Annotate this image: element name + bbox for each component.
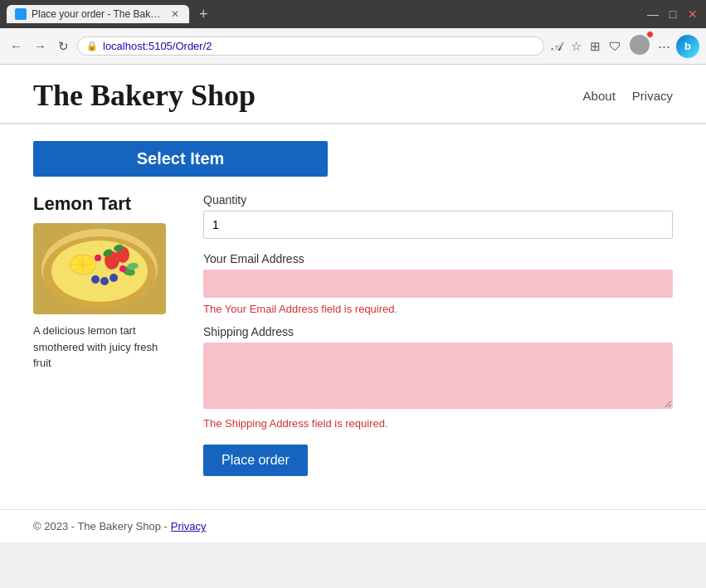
- profile-icon[interactable]: [627, 32, 652, 60]
- svg-point-15: [110, 274, 118, 282]
- email-group: Your Email Address The Your Email Addres…: [203, 252, 673, 315]
- address-bar[interactable]: 🔒 localhost:5105/Order/2: [77, 36, 544, 56]
- item-info: Lemon Tart: [33, 193, 178, 476]
- footer-privacy-link[interactable]: Privacy: [171, 520, 207, 532]
- email-input[interactable]: [203, 270, 673, 298]
- address-label: Shipping Address: [203, 325, 673, 338]
- settings-icon[interactable]: ⋯: [655, 36, 673, 56]
- page-wrapper: The Bakery Shop About Privacy Select Ite…: [0, 65, 706, 542]
- order-section: Lemon Tart: [33, 193, 673, 476]
- select-item-bar[interactable]: Select Item: [33, 141, 328, 177]
- read-aloud-icon[interactable]: 𝒜: [549, 36, 565, 56]
- favorites-icon[interactable]: ☆: [568, 36, 584, 56]
- back-button[interactable]: ←: [7, 37, 26, 55]
- page-footer: © 2023 - The Bakery Shop - Privacy: [0, 509, 706, 542]
- page-main: Select Item Lemon Tart: [0, 124, 706, 509]
- svg-point-14: [100, 277, 109, 285]
- new-tab-button[interactable]: +: [192, 6, 215, 23]
- nav-links: About Privacy: [583, 89, 673, 103]
- page-header: The Bakery Shop About Privacy: [0, 65, 706, 124]
- browser-tab[interactable]: Place your order - The Bakery Sh ✕: [7, 5, 189, 23]
- item-image: [33, 223, 166, 314]
- site-title: The Bakery Shop: [33, 78, 256, 113]
- tab-title: Place your order - The Bakery Sh: [32, 8, 164, 20]
- window-controls: — □ ✕: [646, 7, 699, 21]
- email-label: Your Email Address: [203, 252, 673, 265]
- quantity-label: Quantity: [203, 193, 673, 207]
- browser-toolbar: ← → ↻ 🔒 localhost:5105/Order/2 𝒜 ☆ ⊞ 🛡 ⋯…: [0, 28, 706, 65]
- place-order-button[interactable]: Place order: [203, 445, 308, 476]
- tab-favicon: [15, 8, 27, 20]
- forward-button[interactable]: →: [31, 37, 50, 55]
- item-description: A delicious lemon tart smothered with ju…: [33, 323, 178, 372]
- refresh-button[interactable]: ↻: [55, 37, 72, 56]
- profile-avatar: [630, 35, 650, 55]
- toolbar-right-icons: 𝒜 ☆ ⊞ 🛡 ⋯ b: [549, 32, 699, 60]
- browser-essentials-icon[interactable]: 🛡: [606, 36, 624, 56]
- close-button[interactable]: ✕: [686, 7, 699, 21]
- svg-point-18: [95, 255, 101, 261]
- order-form: Quantity Your Email Address The Your Ema…: [203, 193, 673, 476]
- email-error-message: The Your Email Address field is required…: [203, 303, 673, 315]
- lock-icon: 🔒: [86, 41, 98, 51]
- svg-point-13: [91, 275, 100, 284]
- nav-privacy[interactable]: Privacy: [632, 89, 673, 103]
- tab-close-button[interactable]: ✕: [169, 8, 181, 20]
- address-group: Shipping Address The Shipping Address fi…: [203, 325, 673, 430]
- address-input[interactable]: [203, 343, 673, 409]
- maximize-button[interactable]: □: [666, 7, 679, 21]
- item-image-svg: [33, 223, 166, 314]
- nav-about[interactable]: About: [583, 89, 616, 103]
- collections-icon[interactable]: ⊞: [587, 36, 603, 56]
- minimize-button[interactable]: —: [646, 7, 660, 21]
- quantity-input[interactable]: [203, 211, 673, 239]
- quantity-group: Quantity: [203, 193, 673, 244]
- item-name: Lemon Tart: [33, 193, 178, 215]
- url-display: localhost:5105/Order/2: [103, 40, 535, 52]
- edge-logo[interactable]: b: [676, 35, 699, 58]
- svg-point-19: [119, 265, 126, 272]
- browser-title-bar: Place your order - The Bakery Sh ✕ + — □…: [0, 0, 706, 28]
- footer-copyright: © 2023 - The Bakery Shop -: [33, 520, 168, 532]
- browser-chrome: Place your order - The Bakery Sh ✕ + — □…: [0, 0, 706, 65]
- address-error-message: The Shipping Address field is required.: [203, 417, 673, 430]
